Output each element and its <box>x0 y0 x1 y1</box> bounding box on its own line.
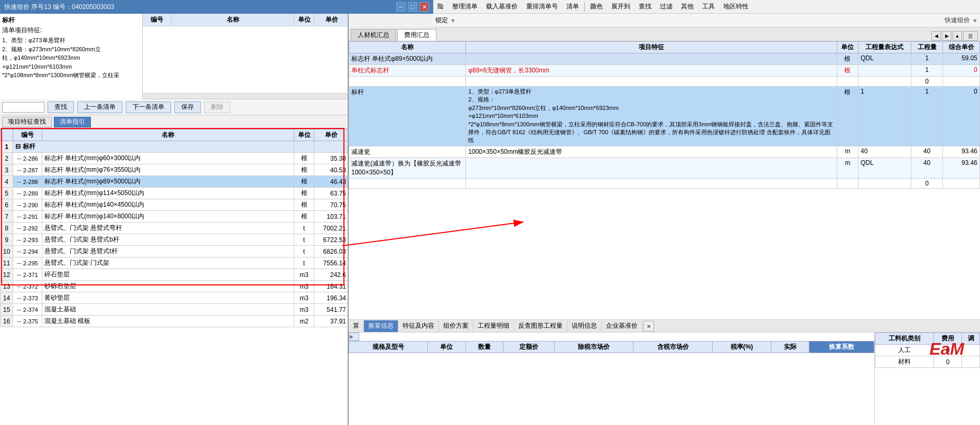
ctrl-btn-2[interactable]: ▶ <box>942 31 951 41</box>
app-title: 快速组价 序号13 编号：040205003003 <box>4 3 114 12</box>
cell-unit: 根 <box>294 153 314 164</box>
cell-unit: 根 <box>294 176 314 188</box>
btab-more[interactable]: » <box>643 321 654 331</box>
prev-btn[interactable]: 上一条清单 <box>77 101 123 113</box>
menu-load-price[interactable]: 载入基准价 <box>482 1 522 12</box>
rcell-qty: 40 <box>911 158 943 178</box>
rcell-feature <box>466 178 837 188</box>
next-btn[interactable]: 下一条清单 <box>126 101 171 113</box>
cell-price <box>314 141 349 153</box>
tab-guide[interactable]: 清单指引 <box>54 117 91 127</box>
col-header-price: 单价 <box>314 14 349 26</box>
table-row[interactable]: 16 ─ 2-375 混凝土基础 模板 m2 37.91 <box>1 316 349 327</box>
cell-name: 标志杆 单柱式(mm)φ60×3000以内 <box>42 153 294 164</box>
ctrl-btn-4[interactable]: ||| <box>963 31 978 41</box>
btab-scheme[interactable]: 组价方案 <box>439 320 473 332</box>
menu-expand[interactable]: 展开到 <box>607 1 634 12</box>
bth-actual: 实际 <box>771 341 809 353</box>
rcell-name: 减速瓮(减速带）换为【橡胶反光减速带1000×350×50】 <box>349 158 466 178</box>
btab-switch[interactable]: 换算信息 <box>364 320 398 332</box>
menu-tools[interactable]: 工具 <box>698 1 719 12</box>
rth-price: 综合单价 <box>943 42 980 53</box>
cell-price: 40.53 <box>314 164 349 176</box>
bth-expand[interactable]: » <box>349 332 359 341</box>
menu-color[interactable]: 颜色 <box>586 1 607 12</box>
table-row[interactable]: 10 ─ 2-294 悬臂式、门式架 悬臂式t杆 t 6826.03 <box>1 246 349 257</box>
cell-name: 标志杆 单柱式(mm)φ140×8000以内 <box>42 211 294 223</box>
th-rownum <box>1 130 13 141</box>
cell-rownum: 14 <box>1 292 13 304</box>
menu-risk[interactable]: 险 <box>433 1 448 12</box>
cell-id: ─ 2-292 <box>13 223 42 234</box>
list-item[interactable]: 材料 0 <box>875 356 980 368</box>
tab-renmachine[interactable]: 人材机汇总 <box>351 29 396 41</box>
bth-qty: 数量 <box>465 341 503 353</box>
cell-unit: 根 <box>294 199 314 211</box>
btab-check[interactable]: 反查图形工程量 <box>514 320 567 332</box>
table-row[interactable]: 15 ─ 2-374 混凝土基础 m3 541.77 <box>1 304 349 316</box>
table-row-selected[interactable]: 标杆 1、类型：φ273单悬臂杆2、规格：φ273mm*10mm*8260mm立… <box>349 87 980 146</box>
rcell-name: 减速瓮 <box>349 146 466 158</box>
close-btn[interactable]: ✕ <box>419 2 429 12</box>
table-row[interactable]: 7 ─ 2-291 标志杆 单柱式(mm)φ140×8000以内 根 103.7… <box>1 211 349 223</box>
btab-calc[interactable]: 算 <box>349 320 364 332</box>
table-row[interactable]: 6 ─ 2-290 标志杆 单柱式(mm)φ140×4500以内 根 70.75 <box>1 199 349 211</box>
btab-qty[interactable]: 工程量明细 <box>473 320 514 332</box>
cell-id: ─ 2-373 <box>13 292 42 304</box>
btab-desc[interactable]: 说明信息 <box>567 320 602 332</box>
table-row[interactable]: 4 ─ 2-288 标志杆 单柱式(mm)φ89×5000以内 根 46.43 <box>1 176 349 188</box>
bottom-right-table[interactable]: 工料机类别 费用 调 人工 0 材 <box>874 332 980 425</box>
btab-feature[interactable]: 特征及内容 <box>398 320 439 332</box>
table-row[interactable]: 3 ─ 2-287 标志杆 单柱式(mm)φ76×3550以内 根 40.53 <box>1 164 349 176</box>
table-row[interactable]: 9 ─ 2-293 悬臂式、门式架 悬臂式b杆 t 6722.53 <box>1 234 349 246</box>
ctrl-btn-3[interactable]: ▲ <box>953 31 962 41</box>
table-row[interactable]: 0 <box>349 77 980 87</box>
tab-cost[interactable]: 费用汇总 <box>397 29 436 41</box>
menu-list[interactable]: 清单 <box>562 1 583 12</box>
menu-region[interactable]: 地区特性 <box>719 1 753 12</box>
table-row[interactable]: 单柱式标志杆 φ89×6无缝钢管，长3300mm 根 1 0 <box>349 65 980 77</box>
maximize-btn[interactable]: □ <box>408 2 417 12</box>
ctrl-btn-1[interactable]: ◀ <box>931 31 941 41</box>
table-row[interactable]: 8 ─ 2-292 悬臂式、门式架 悬臂式弯杆 t 7002.21 <box>1 223 349 234</box>
data-table-area[interactable]: 编号 名称 单位 单价 1 ⊟标杆 2 ─ 2-286 标志杆 单柱式(mm)φ… <box>0 129 349 425</box>
table-row[interactable]: 13 ─ 2-372 砂砾石垫层 m3 164.31 <box>1 281 349 292</box>
table-row[interactable]: 减速瓮 1000×350×50mm橡胶反光减速带 m 40 40 93.46 <box>349 146 980 158</box>
save-btn[interactable]: 保存 <box>174 101 201 113</box>
cell-unit: t <box>294 234 314 246</box>
table-row[interactable]: 减速瓮(减速带）换为【橡胶反光减速带1000×350×50】 m QDL 40 … <box>349 158 980 178</box>
cell-price: 7002.21 <box>314 223 349 234</box>
table-row[interactable]: 5 ─ 2-289 标志杆 单柱式(mm)φ114×5050以内 根 63.75 <box>1 188 349 199</box>
delete-btn[interactable]: 删除 <box>204 101 230 113</box>
rcell-feature <box>466 77 837 87</box>
bth-quota: 定额价 <box>503 341 554 353</box>
right-table-area[interactable]: 名称 项目特征 单位 工程量表达式 工程量 综合单价 标志杆 单柱式φ89×50… <box>349 41 980 327</box>
menu-filter[interactable]: 过滤 <box>656 1 677 12</box>
menu-find[interactable]: 查找 <box>634 1 656 12</box>
cell-id: ─ 2-289 <box>13 188 42 199</box>
cell-name: 标志杆 单柱式(mm)φ140×4500以内 <box>42 199 294 211</box>
rcell-price: 93.46 <box>943 146 980 158</box>
menu-reorder[interactable]: 重排清单号 <box>522 1 562 12</box>
table-row[interactable]: 2 ─ 2-286 标志杆 单柱式(mm)φ60×3000以内 根 35.38 <box>1 153 349 164</box>
col-header-name: 名称 <box>172 14 294 26</box>
h-scroll[interactable] <box>143 93 349 99</box>
table-row[interactable]: 11 ─ 2-295 悬臂式、门式架 门式架 t 7556.14 <box>1 257 349 269</box>
search-input[interactable] <box>2 102 44 113</box>
btab-base[interactable]: 企业基准价 <box>602 320 642 332</box>
minimize-btn[interactable]: ─ <box>396 2 406 12</box>
cell-price: 7556.14 <box>314 257 349 269</box>
table-row[interactable]: 14 ─ 2-373 黄砂垫层 m3 196.34 <box>1 292 349 304</box>
table-row[interactable]: 0 <box>349 178 980 188</box>
list-item[interactable]: 人工 0 <box>875 345 980 356</box>
tab-feature[interactable]: 项目特征查找 <box>2 117 52 127</box>
cell-unit: m3 <box>294 269 314 281</box>
table-row[interactable]: 标志杆 单柱式φ89×5000以内 根 QDL 1 59.05 <box>349 53 980 65</box>
bottom-sub-table[interactable]: » 规格及型号 单位 数量 定额价 除税市场价 含税市场价 税率(%) 实际 <box>349 332 874 425</box>
menu-other[interactable]: 其他 <box>677 1 698 12</box>
rcell-expr <box>858 65 911 77</box>
table-row[interactable]: 1 ⊟标杆 <box>1 141 349 153</box>
table-row[interactable]: 12 ─ 2-371 碎石垫层 m3 242.6 <box>1 269 349 281</box>
search-btn[interactable]: 查找 <box>48 101 74 113</box>
menu-organize[interactable]: 整理清单 <box>448 1 482 12</box>
